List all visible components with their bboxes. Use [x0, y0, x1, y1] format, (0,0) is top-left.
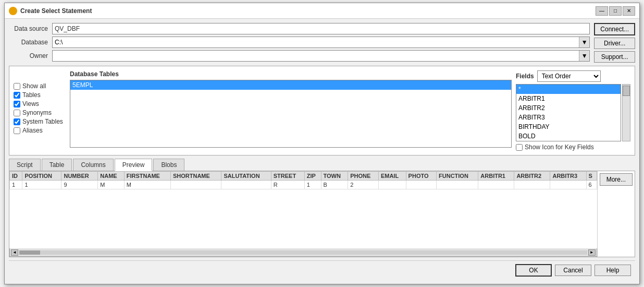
aliases-checkbox[interactable]: Aliases [14, 127, 66, 134]
tab-blobs[interactable]: Blobs [153, 159, 184, 171]
fields-list-container: * ARBITR1 ARBITR2 ARBITR3 BIRTHDAY BOLD [516, 84, 630, 141]
list-item[interactable]: BIRTHDAY [516, 122, 621, 131]
database-label: Database [9, 39, 48, 46]
col-header-town: TOWN [321, 172, 348, 181]
col-header-arbitr3: ARBITR3 [550, 172, 586, 181]
col-header-s: S [586, 172, 597, 181]
db-tables-list[interactable]: 5EMPL [70, 80, 512, 148]
close-button[interactable]: ✕ [623, 6, 635, 16]
cell-name: M [98, 181, 124, 189]
list-item[interactable]: 5EMPL [70, 80, 511, 90]
create-select-dialog: Create Select Statement — □ ✕ Data sourc… [4, 3, 640, 284]
col-header-function: FUNCTION [437, 172, 478, 181]
preview-area: ID POSITION NUMBER NAME FIRSTNAME SHORTN… [9, 171, 635, 257]
owner-dropdown-arrow[interactable]: ▼ [579, 51, 589, 61]
connection-form: Data source QV_DBF Database C:\ ▼ Owner [9, 23, 590, 63]
more-button-col: More... [597, 171, 635, 257]
fields-list[interactable]: * ARBITR1 ARBITR2 ARBITR3 BIRTHDAY BOLD [516, 84, 621, 141]
list-item[interactable]: ARBITR3 [516, 113, 621, 122]
col-header-arbitr1: ARBITR1 [478, 172, 514, 181]
database-input-container: C:\ ▼ [52, 37, 590, 48]
top-area: Data source QV_DBF Database C:\ ▼ Owner [9, 23, 635, 63]
bottom-section: Script Table Columns Preview Blobs ID PO… [9, 159, 635, 257]
show-icon-checkbox[interactable] [516, 144, 523, 151]
tables-fields-section: Show all Tables Views Synonyms System Ta… [9, 66, 635, 156]
title-bar: Create Select Statement — □ ✕ [5, 3, 639, 19]
show-all-checkbox[interactable]: Show all [14, 82, 66, 90]
system-tables-checkbox[interactable]: System Tables [14, 118, 66, 125]
owner-row: Owner ▼ [9, 50, 590, 62]
views-checkbox[interactable]: Views [14, 100, 66, 107]
fields-panel: Fields Text Order Original Order Alphabe… [516, 70, 630, 151]
fields-scrollbar[interactable] [622, 84, 630, 141]
ok-button[interactable]: OK [515, 264, 552, 277]
cell-email [378, 181, 406, 189]
synonyms-checkbox[interactable]: Synonyms [14, 109, 66, 116]
col-header-email: EMAIL [378, 172, 406, 181]
scroll-track[interactable] [19, 250, 587, 255]
help-button[interactable]: Help [595, 265, 631, 276]
cell-zip: 1 [304, 181, 321, 189]
cell-number: 9 [61, 181, 98, 189]
col-header-zip: ZIP [304, 172, 321, 181]
scroll-thumb [623, 86, 630, 96]
owner-input-container: ▼ [52, 50, 590, 62]
cell-town: B [321, 181, 348, 189]
maximize-button[interactable]: □ [609, 6, 622, 16]
tab-table[interactable]: Table [42, 159, 72, 171]
bottom-bar: OK Cancel Help [9, 260, 635, 280]
cell-phone: 2 [348, 181, 379, 189]
window-controls: — □ ✕ [596, 6, 635, 16]
cell-photo [406, 181, 436, 189]
list-item[interactable]: ARBITR2 [516, 103, 621, 113]
col-header-phone: PHONE [348, 172, 379, 181]
filter-checkboxes: Show all Tables Views Synonyms System Ta… [14, 70, 66, 151]
cell-shortname [170, 181, 221, 189]
col-header-position: POSITION [22, 172, 61, 181]
col-header-street: STREET [271, 172, 304, 181]
database-input[interactable]: C:\ [53, 37, 579, 47]
horizontal-scrollbar[interactable]: ◄ ► [9, 248, 597, 257]
tab-preview[interactable]: Preview [115, 159, 153, 171]
cell-salutation [221, 181, 271, 189]
cell-firstname: M [124, 181, 170, 189]
table-header-row: ID POSITION NUMBER NAME FIRSTNAME SHORTN… [10, 172, 597, 181]
col-header-firstname: FIRSTNAME [124, 172, 170, 181]
driver-button[interactable]: Driver... [594, 38, 635, 49]
fields-order-select[interactable]: Text Order Original Order Alphabetical [538, 71, 600, 81]
table-row: 1 1 9 M M R 1 B 2 [10, 181, 597, 189]
tables-checkbox[interactable]: Tables [14, 91, 66, 99]
data-table-container: ID POSITION NUMBER NAME FIRSTNAME SHORTN… [9, 171, 597, 257]
owner-input[interactable] [53, 51, 579, 61]
dialog-content: Data source QV_DBF Database C:\ ▼ Owner [5, 19, 639, 284]
database-dropdown-arrow[interactable]: ▼ [579, 37, 589, 47]
svg-point-0 [10, 8, 16, 14]
fields-order-dropdown[interactable]: Text Order Original Order Alphabetical [537, 70, 601, 82]
scroll-left-arrow[interactable]: ◄ [11, 249, 18, 256]
list-item[interactable]: BOLD [516, 131, 621, 141]
scroll-right-arrow[interactable]: ► [588, 249, 596, 256]
list-item[interactable]: ARBITR1 [516, 94, 621, 103]
cell-id: 1 [10, 181, 22, 189]
data-source-input[interactable]: QV_DBF [52, 23, 590, 34]
minimize-button[interactable]: — [596, 6, 608, 16]
tab-script[interactable]: Script [9, 159, 41, 171]
col-header-shortname: SHORTNAME [170, 172, 221, 181]
cell-function [437, 181, 478, 189]
more-button[interactable]: More... [600, 173, 633, 186]
cell-street: R [271, 181, 304, 189]
data-source-row: Data source QV_DBF [9, 23, 590, 34]
col-header-photo: PHOTO [406, 172, 436, 181]
connect-button[interactable]: Connect... [594, 23, 635, 35]
cell-s: 6 [586, 181, 597, 189]
col-header-name: NAME [98, 172, 124, 181]
cancel-button[interactable]: Cancel [555, 265, 591, 276]
list-item[interactable]: * [516, 85, 621, 94]
support-button[interactable]: Support... [594, 51, 635, 63]
tab-columns[interactable]: Columns [73, 159, 113, 171]
database-row: Database C:\ ▼ [9, 37, 590, 48]
scroll-thumb [19, 250, 40, 255]
tabs-bar: Script Table Columns Preview Blobs [9, 159, 635, 171]
data-source-label: Data source [9, 25, 48, 32]
connection-buttons: Connect... Driver... Support... [594, 23, 635, 63]
